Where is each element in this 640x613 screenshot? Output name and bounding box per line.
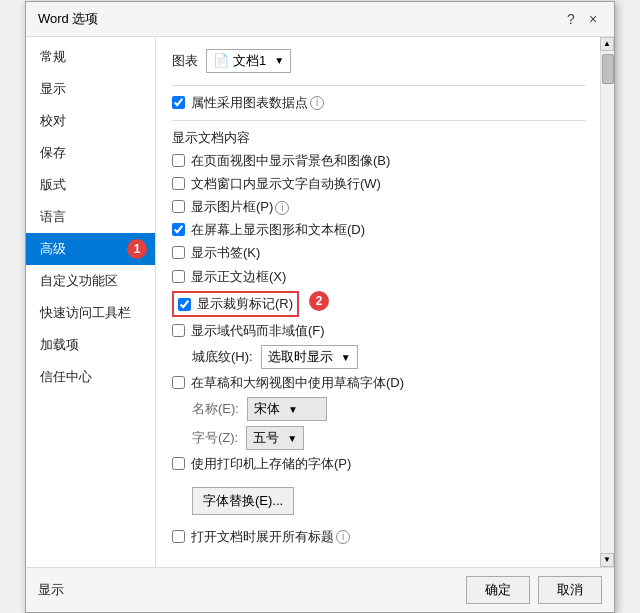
footer-section-label: 显示 [38,581,64,599]
size-row: 字号(Z): 五号 ▼ [172,426,586,450]
sidebar-item-language[interactable]: 语言 [26,201,155,233]
name-dropdown[interactable]: 宋体 ▼ [247,397,327,421]
info-icon-attr: i [310,96,324,110]
cb5-row: 显示书签(K) [172,244,586,262]
cb4-row: 在屏幕上显示图形和文本框(D) [172,221,586,239]
cb7-row: 显示裁剪标记(R) 2 [172,291,586,317]
sidebar-badge: 1 [127,239,147,259]
cb-attr-label: 属性采用图表数据点i [191,94,324,112]
cb1-row: 在页面视图中显示背景色和图像(B) [172,152,586,170]
scrollbar[interactable]: ▲ ▼ [600,37,614,567]
size-dropdown-arrow-icon: ▼ [287,433,297,444]
sidebar-item-save[interactable]: 保存 [26,137,155,169]
info-icon-expand: i [336,530,350,544]
cb8[interactable] [172,324,185,337]
sidebar-item-quickaccess[interactable]: 快速访问工具栏 [26,297,155,329]
main-panel: 图表 📄 文档1 ▼ 属性采用图表数据点i 显示文档内容 在页面视图中显示背景色… [156,37,614,567]
indent-dropdown-text: 选取时显示 [268,348,333,366]
cb2[interactable] [172,177,185,190]
footer: 显示 确定 取消 [26,567,614,612]
title-bar: Word 选项 ? × [26,2,614,37]
scroll-up-icon[interactable]: ▲ [600,37,614,51]
sidebar-item-general[interactable]: 常规 [26,41,155,73]
scroll-down-icon[interactable]: ▼ [600,553,614,567]
indent-dropdown[interactable]: 选取时显示 ▼ [261,345,358,369]
name-row: 名称(E): 宋体 ▼ [172,397,586,421]
info-icon-cb3: i [275,201,289,215]
close-button[interactable]: × [584,10,602,28]
ok-button[interactable]: 确定 [466,576,530,604]
cb-printer-row: 使用打印机上存储的字体(P) [172,455,586,473]
size-label: 字号(Z): [192,429,238,447]
cb3-row: 显示图片框(P)i [172,198,586,216]
cb2-row: 文档窗口内显示文字自动换行(W) [172,175,586,193]
sidebar-item-customize[interactable]: 自定义功能区 [26,265,155,297]
chart-label: 图表 [172,52,198,70]
size-dropdown[interactable]: 五号 ▼ [246,426,304,450]
title-controls: ? × [562,10,602,28]
cb4-label: 在屏幕上显示图形和文本框(D) [191,221,365,239]
section-display-label: 显示文档内容 [172,129,586,147]
chart-dropdown[interactable]: 📄 文档1 ▼ [206,49,291,73]
divider-1 [172,85,586,86]
cb6[interactable] [172,270,185,283]
sidebar-item-trust[interactable]: 信任中心 [26,361,155,393]
indent-dropdown-arrow-icon: ▼ [341,352,351,363]
cb5[interactable] [172,246,185,259]
word-options-dialog: Word 选项 ? × 常规 显示 校对 保存 版式 语言 高级 1 自定义功能… [25,1,615,613]
name-label: 名称(E): [192,400,239,418]
cb-printer[interactable] [172,457,185,470]
cb-expand[interactable] [172,530,185,543]
cb1-label: 在页面视图中显示背景色和图像(B) [191,152,390,170]
cb-attr[interactable] [172,96,185,109]
cb-expand-row: 打开文档时展开所有标题i [172,528,586,546]
cb8-label: 显示域代码而非域值(F) [191,322,325,340]
cb-attr-row: 属性采用图表数据点i [172,94,586,112]
sidebar-item-typography[interactable]: 版式 [26,169,155,201]
cb-grass-row: 在草稿和大纲视图中使用草稿字体(D) [172,374,586,392]
indent-row: 城底纹(H): 选取时显示 ▼ [172,345,586,369]
cb7-highlight-wrapper: 显示裁剪标记(R) [172,291,299,317]
cb1[interactable] [172,154,185,167]
cancel-button[interactable]: 取消 [538,576,602,604]
sidebar-item-display[interactable]: 显示 [26,73,155,105]
cb2-label: 文档窗口内显示文字自动换行(W) [191,175,381,193]
dialog-content: 常规 显示 校对 保存 版式 语言 高级 1 自定义功能区 快速访问工具栏 加载… [26,37,614,567]
checkbox-badge: 2 [309,291,329,311]
name-dropdown-arrow-icon: ▼ [288,404,298,415]
footer-buttons: 确定 取消 [466,576,602,604]
cb3-label: 显示图片框(P)i [191,198,289,216]
scrollbar-thumb[interactable] [602,54,614,84]
cb-grass-label: 在草稿和大纲视图中使用草稿字体(D) [191,374,404,392]
sidebar-item-advanced[interactable]: 高级 1 [26,233,155,265]
cb6-row: 显示正文边框(X) [172,268,586,286]
size-value: 五号 [253,429,279,447]
cb4[interactable] [172,223,185,236]
dialog-title: Word 选项 [38,10,98,28]
chart-row: 图表 📄 文档1 ▼ [172,49,586,73]
cb8-row: 显示域代码而非域值(F) [172,322,586,340]
help-button[interactable]: ? [562,10,580,28]
dropdown-arrow-icon: ▼ [274,55,284,66]
cb3[interactable] [172,200,185,213]
chart-dropdown-text: 文档1 [233,52,266,70]
sidebar: 常规 显示 校对 保存 版式 语言 高级 1 自定义功能区 快速访问工具栏 加载… [26,37,156,567]
name-value: 宋体 [254,400,280,418]
font-replace-button[interactable]: 字体替换(E)... [192,487,294,515]
cb7-label: 显示裁剪标记(R) [197,295,293,313]
cb-expand-label: 打开文档时展开所有标题i [191,528,350,546]
indent-label: 城底纹(H): [192,348,253,366]
doc-icon: 📄 [213,53,229,68]
cb-printer-label: 使用打印机上存储的字体(P) [191,455,351,473]
cb5-label: 显示书签(K) [191,244,260,262]
cb6-label: 显示正文边框(X) [191,268,286,286]
sidebar-item-addins[interactable]: 加载项 [26,329,155,361]
cb7[interactable] [178,298,191,311]
sidebar-item-proofing[interactable]: 校对 [26,105,155,137]
divider-2 [172,120,586,121]
cb-grass[interactable] [172,376,185,389]
